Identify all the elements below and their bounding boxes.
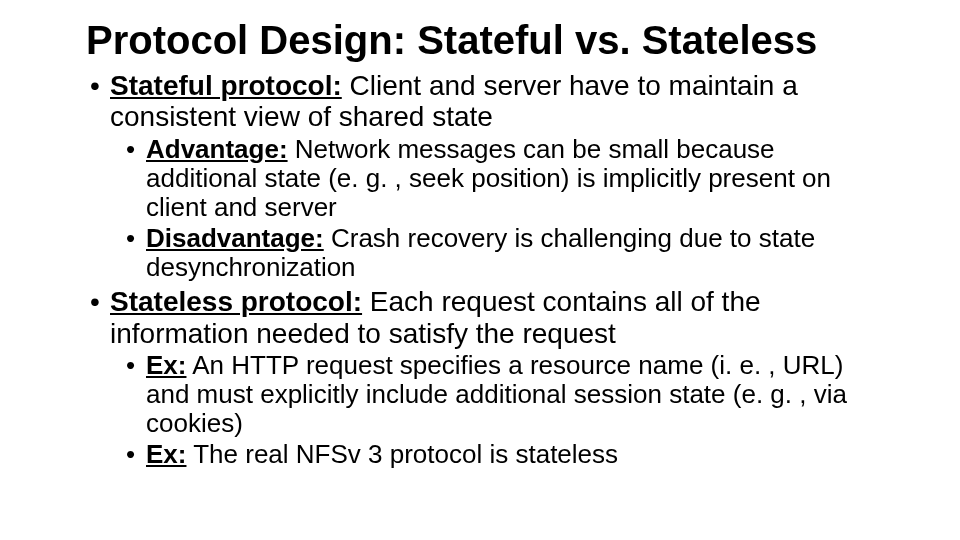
- list-item: •Ex: An HTTP request specifies a resourc…: [80, 351, 880, 438]
- list-item: •Disadvantage: Crash recovery is challen…: [80, 224, 880, 282]
- lead-text: Advantage:: [146, 134, 288, 164]
- list-item: •Ex: The real NFSv 3 protocol is statele…: [80, 440, 880, 469]
- lead-text: Disadvantage:: [146, 223, 324, 253]
- rest-text: The real NFSv 3 protocol is stateless: [186, 439, 618, 469]
- lead-text: Stateful protocol:: [110, 70, 342, 101]
- list-item: •Advantage: Network messages can be smal…: [80, 135, 880, 222]
- bullet-icon: •: [126, 440, 146, 469]
- lead-text: Ex:: [146, 350, 186, 380]
- bullet-icon: •: [90, 286, 110, 317]
- slide-title: Protocol Design: Stateful vs. Stateless: [80, 18, 880, 62]
- bullet-icon: •: [126, 135, 146, 164]
- bullet-icon: •: [126, 351, 146, 380]
- lead-text: Stateless protocol:: [110, 286, 362, 317]
- lead-text: Ex:: [146, 439, 186, 469]
- list-item: •Stateless protocol: Each request contai…: [80, 286, 880, 349]
- bullet-icon: •: [90, 70, 110, 101]
- bullet-icon: •: [126, 224, 146, 253]
- slide: Protocol Design: Stateful vs. Stateless …: [0, 0, 960, 540]
- list-item: •Stateful protocol: Client and server ha…: [80, 70, 880, 133]
- rest-text: An HTTP request specifies a resource nam…: [146, 350, 847, 438]
- bullet-list: •Stateful protocol: Client and server ha…: [80, 70, 880, 469]
